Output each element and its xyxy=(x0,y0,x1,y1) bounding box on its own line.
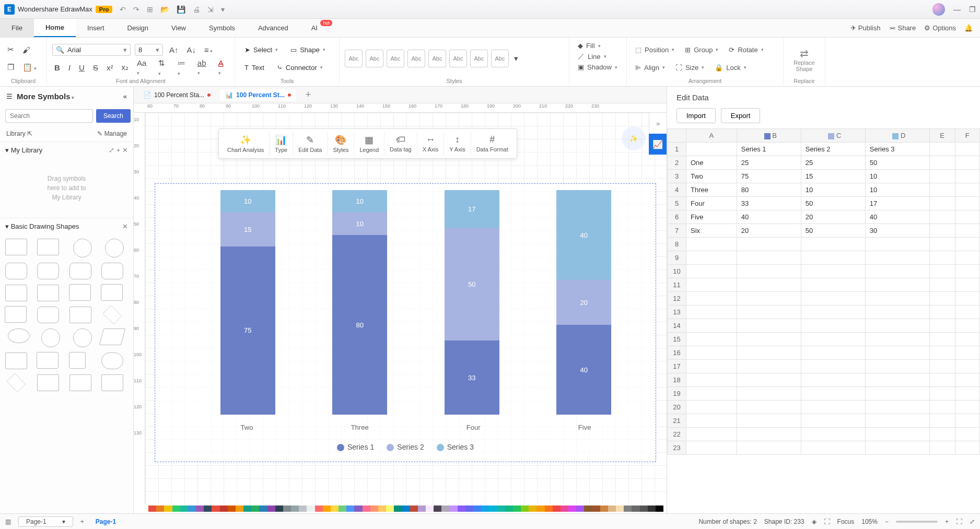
new-icon[interactable]: ⊞ xyxy=(147,5,153,14)
chart-tool-data-tag[interactable]: 🏷Data tag xyxy=(384,132,417,155)
row-number[interactable]: 8 xyxy=(668,238,686,251)
fill-dropdown[interactable]: ◆ Fill xyxy=(575,41,621,51)
row-number[interactable]: 7 xyxy=(668,224,686,238)
align-icon[interactable]: ≡ xyxy=(202,43,215,56)
shape-item[interactable] xyxy=(37,285,59,301)
shape-triangle[interactable] xyxy=(101,285,122,300)
case-icon[interactable]: Aa xyxy=(135,56,153,78)
export-button[interactable]: Export xyxy=(721,108,761,123)
shape-hexagon[interactable] xyxy=(69,374,91,391)
shape-diamond[interactable] xyxy=(7,373,26,393)
cell[interactable]: Three xyxy=(686,183,737,197)
col-header[interactable]: E xyxy=(929,129,955,143)
color-swatch[interactable] xyxy=(505,506,513,512)
color-swatch[interactable] xyxy=(536,506,544,512)
paste-icon[interactable]: 📋 xyxy=(20,61,39,74)
data-grid[interactable]: A B C D E F1Series 1Series 2Series 32One… xyxy=(667,128,980,513)
color-swatch[interactable] xyxy=(584,506,592,512)
color-swatch[interactable] xyxy=(458,506,465,512)
tab-file[interactable]: File xyxy=(0,19,34,37)
rotate-dropdown[interactable]: ⟳ Rotate xyxy=(726,45,766,55)
connector-tool[interactable]: ⤷ Connector xyxy=(273,62,327,74)
bold-icon[interactable]: B xyxy=(52,61,62,74)
color-swatch[interactable] xyxy=(236,506,243,512)
color-swatch[interactable] xyxy=(220,506,228,512)
collapse-panel-icon[interactable]: « xyxy=(123,92,127,100)
color-swatch[interactable] xyxy=(148,506,156,512)
color-swatch[interactable] xyxy=(196,506,204,512)
cell[interactable]: 33 xyxy=(737,197,801,210)
row-number[interactable]: 12 xyxy=(668,292,686,305)
color-swatch[interactable] xyxy=(441,506,449,512)
color-swatch[interactable] xyxy=(600,506,608,512)
col-header[interactable]: C xyxy=(801,129,865,143)
row-number[interactable]: 14 xyxy=(668,319,686,333)
select-tool[interactable]: ➤ Select xyxy=(240,44,282,56)
color-swatch[interactable] xyxy=(640,506,648,512)
font-name-select[interactable]: 🔍Arial▾ xyxy=(52,44,131,56)
chart-tool-styles[interactable]: 🎨Styles xyxy=(328,132,354,155)
color-swatch[interactable] xyxy=(648,506,656,512)
basic-shapes-section[interactable]: ▾ Basic Drawing Shapes ✕ xyxy=(0,218,133,234)
cell[interactable]: 15 xyxy=(801,170,865,183)
color-swatch[interactable] xyxy=(489,506,497,512)
replace-shape-icon[interactable]: ⇄ xyxy=(800,47,809,60)
import-button[interactable]: Import xyxy=(676,108,716,123)
library-link[interactable]: Library ⇱ xyxy=(6,130,32,137)
strike-icon[interactable]: S xyxy=(91,61,100,74)
cell[interactable]: 25 xyxy=(801,156,865,170)
publish-button[interactable]: ✈ Publish xyxy=(850,24,881,32)
tab-view[interactable]: View xyxy=(160,19,197,37)
color-swatch[interactable] xyxy=(346,506,354,512)
line-dropdown[interactable]: ／ Line xyxy=(575,51,621,62)
cell[interactable]: 10 xyxy=(865,170,929,183)
color-swatch[interactable] xyxy=(465,506,473,512)
cell[interactable]: 40 xyxy=(865,210,929,224)
color-swatch[interactable] xyxy=(204,506,212,512)
font-size-select[interactable]: 8▾ xyxy=(135,44,163,56)
shape-rectangle[interactable] xyxy=(5,239,27,255)
shape-donut[interactable] xyxy=(41,328,60,347)
open-icon[interactable]: 📂 xyxy=(160,5,169,14)
superscript-icon[interactable]: x² xyxy=(104,61,115,74)
subscript-icon[interactable]: x₂ xyxy=(119,61,131,74)
color-swatch[interactable] xyxy=(450,506,458,512)
maximize-icon[interactable]: ❐ xyxy=(969,5,976,14)
style-preset[interactable]: Abc xyxy=(345,50,363,67)
fit-icon[interactable]: ⛶ xyxy=(956,518,962,525)
add-page-icon[interactable]: + xyxy=(80,518,84,525)
style-preset[interactable]: Abc xyxy=(407,50,425,67)
cell[interactable]: Four xyxy=(686,197,737,210)
position-dropdown[interactable]: ⬚ Position xyxy=(632,45,678,55)
style-preset[interactable]: Abc xyxy=(470,50,488,67)
color-swatch[interactable] xyxy=(307,506,314,512)
style-preset[interactable]: Abc xyxy=(449,50,467,67)
color-swatch[interactable] xyxy=(418,506,426,512)
shape-rounded[interactable] xyxy=(69,263,91,279)
color-swatch[interactable] xyxy=(561,506,568,512)
copy-icon[interactable]: ❐ xyxy=(5,61,16,74)
color-swatch[interactable] xyxy=(267,506,275,512)
color-swatch[interactable] xyxy=(315,506,323,512)
shape-pentagon[interactable] xyxy=(69,307,91,323)
redo-icon[interactable]: ↷ xyxy=(133,5,139,14)
row-number[interactable]: 4 xyxy=(668,183,686,197)
color-swatch[interactable] xyxy=(402,506,410,512)
row-number[interactable]: 2 xyxy=(668,156,686,170)
shape-rounded[interactable] xyxy=(101,263,123,279)
color-swatch[interactable] xyxy=(481,506,489,512)
more-icon[interactable]: ▾ xyxy=(221,5,225,14)
my-library-section[interactable]: ▾ My Library ⤢ + ✕ xyxy=(0,142,133,158)
zoom-in-icon[interactable]: + xyxy=(945,518,949,525)
row-number[interactable]: 9 xyxy=(668,251,686,265)
pages-icon[interactable]: ▥ xyxy=(5,518,11,525)
color-swatch[interactable] xyxy=(624,506,632,512)
cell[interactable]: Series 3 xyxy=(865,143,929,156)
color-swatch[interactable] xyxy=(394,506,402,512)
style-preset[interactable]: Abc xyxy=(387,50,404,67)
shape-donut[interactable] xyxy=(73,328,92,347)
color-swatch[interactable] xyxy=(363,506,370,512)
color-swatch[interactable] xyxy=(275,506,283,512)
row-number[interactable]: 21 xyxy=(668,414,686,428)
color-swatch[interactable] xyxy=(521,506,529,512)
